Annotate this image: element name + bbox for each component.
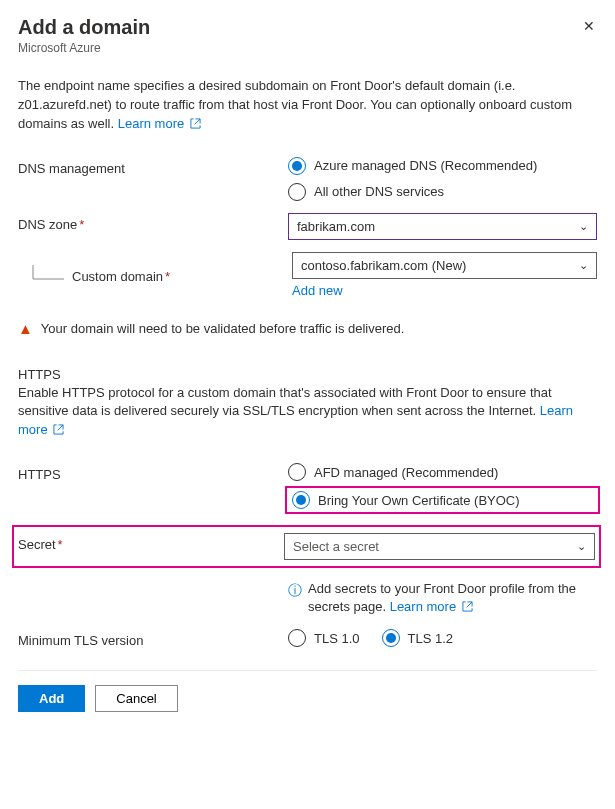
radio-label: TLS 1.0 xyxy=(314,631,360,646)
warning-text: Your domain will need to be validated be… xyxy=(41,321,405,336)
https-section-desc: Enable HTTPS protocol for a custom domai… xyxy=(18,384,597,442)
https-label: HTTPS xyxy=(18,463,288,482)
custom-domain-label: Custom domain* xyxy=(72,265,292,284)
radio-tls-12[interactable]: TLS 1.2 xyxy=(382,629,454,647)
close-icon[interactable]: ✕ xyxy=(581,16,597,36)
radio-label: AFD managed (Recommended) xyxy=(314,465,498,480)
radio-icon xyxy=(288,629,306,647)
https-desc-body: Enable HTTPS protocol for a custom domai… xyxy=(18,385,552,419)
cancel-button[interactable]: Cancel xyxy=(95,685,177,712)
radio-icon xyxy=(288,463,306,481)
chevron-down-icon: ⌄ xyxy=(579,220,588,233)
info-icon: ⓘ xyxy=(288,581,302,601)
custom-domain-value: contoso.fabrikam.com (New) xyxy=(301,258,466,273)
radio-azure-managed-dns[interactable]: Azure managed DNS (Recommended) xyxy=(288,157,597,175)
validation-warning: ▲ Your domain will need to be validated … xyxy=(18,320,597,337)
dns-zone-select[interactable]: fabrikam.com ⌄ xyxy=(288,213,597,240)
intro-learn-more-label: Learn more xyxy=(118,116,184,131)
external-link-icon xyxy=(53,422,64,441)
required-asterisk: * xyxy=(165,269,170,284)
radio-icon xyxy=(288,157,306,175)
page-subtitle: Microsoft Azure xyxy=(18,41,597,55)
required-asterisk: * xyxy=(58,537,63,552)
dns-zone-label: DNS zone* xyxy=(18,213,288,232)
divider xyxy=(18,670,597,671)
secret-learn-more-label: Learn more xyxy=(390,599,456,614)
page-title: Add a domain xyxy=(18,16,150,39)
chevron-down-icon: ⌄ xyxy=(577,540,586,553)
add-new-link[interactable]: Add new xyxy=(292,283,597,298)
radio-label: TLS 1.2 xyxy=(408,631,454,646)
secret-label: Secret* xyxy=(14,533,284,552)
radio-label: All other DNS services xyxy=(314,184,444,199)
external-link-icon xyxy=(190,116,201,135)
warning-icon: ▲ xyxy=(18,320,33,337)
radio-other-dns[interactable]: All other DNS services xyxy=(288,183,597,201)
intro-text: The endpoint name specifies a desired su… xyxy=(18,77,597,135)
radio-tls-10[interactable]: TLS 1.0 xyxy=(288,629,360,647)
secret-value: Select a secret xyxy=(293,539,379,554)
secret-info: ⓘ Add secrets to your Front Door profile… xyxy=(288,580,597,617)
external-link-icon xyxy=(462,599,473,617)
tree-connector-icon xyxy=(32,265,68,285)
radio-icon xyxy=(288,183,306,201)
dns-management-label: DNS management xyxy=(18,157,288,176)
custom-domain-select[interactable]: contoso.fabrikam.com (New) ⌄ xyxy=(292,252,597,279)
chevron-down-icon: ⌄ xyxy=(579,259,588,272)
radio-icon xyxy=(382,629,400,647)
secret-select[interactable]: Select a secret ⌄ xyxy=(284,533,595,560)
radio-label: Bring Your Own Certificate (BYOC) xyxy=(318,493,520,508)
radio-label: Azure managed DNS (Recommended) xyxy=(314,158,537,173)
required-asterisk: * xyxy=(79,217,84,232)
radio-icon xyxy=(292,491,310,509)
dns-zone-value: fabrikam.com xyxy=(297,219,375,234)
intro-learn-more-link[interactable]: Learn more xyxy=(118,116,201,131)
tls-label: Minimum TLS version xyxy=(18,629,288,648)
radio-byoc[interactable]: Bring Your Own Certificate (BYOC) xyxy=(288,489,597,511)
https-section-header: HTTPS xyxy=(18,367,597,382)
radio-afd-managed[interactable]: AFD managed (Recommended) xyxy=(288,463,597,481)
intro-body: The endpoint name specifies a desired su… xyxy=(18,78,572,131)
secret-learn-more-link[interactable]: Learn more xyxy=(390,599,473,614)
add-button[interactable]: Add xyxy=(18,685,85,712)
